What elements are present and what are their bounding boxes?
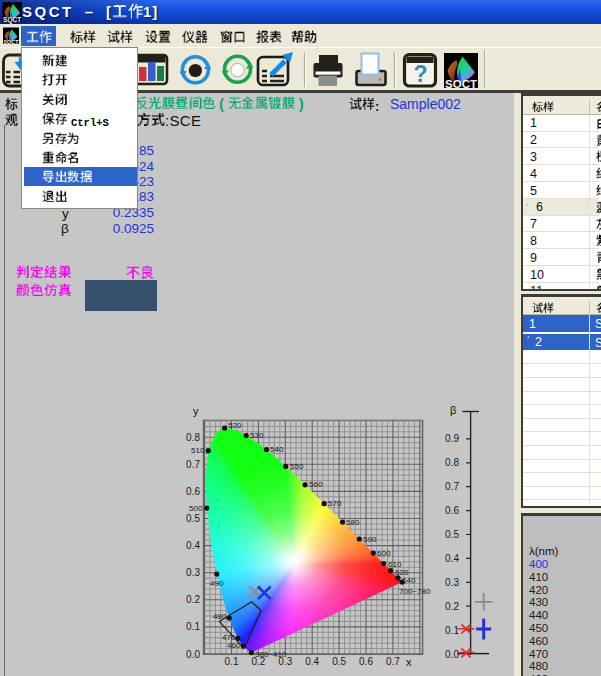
svg-text:0.1: 0.1: [186, 621, 200, 632]
svg-text:0.2: 0.2: [251, 656, 265, 667]
svg-text:510: 510: [191, 446, 205, 455]
svg-text:0.4: 0.4: [305, 656, 319, 667]
svg-text:0.5: 0.5: [445, 529, 459, 540]
svg-text:0.6: 0.6: [359, 656, 373, 667]
svg-text:0.2: 0.2: [186, 594, 200, 605]
svg-text:580: 580: [346, 518, 360, 527]
svg-text:0.4: 0.4: [445, 553, 459, 564]
svg-text:0.1: 0.1: [225, 656, 239, 667]
svg-text:640: 640: [402, 576, 416, 585]
svg-text:0.9: 0.9: [445, 433, 459, 444]
svg-text:700~780: 700~780: [399, 587, 431, 596]
svg-text:0.1: 0.1: [445, 625, 459, 636]
svg-text:0.7: 0.7: [386, 656, 400, 667]
svg-text:0.8: 0.8: [186, 432, 200, 443]
svg-text:0.7: 0.7: [186, 459, 200, 470]
svg-text:0.7: 0.7: [445, 481, 459, 492]
svg-text:?: ?: [413, 61, 427, 87]
svg-text:0.0: 0.0: [186, 649, 200, 660]
svg-text:0.2: 0.2: [445, 601, 459, 612]
svg-text:480: 480: [213, 612, 227, 621]
svg-text:y: y: [193, 405, 199, 417]
svg-text:0.6: 0.6: [186, 486, 200, 497]
svg-text:530: 530: [250, 431, 264, 440]
svg-text:0.5: 0.5: [186, 513, 200, 524]
svg-text:500: 500: [189, 504, 203, 513]
svg-text:0.4: 0.4: [186, 540, 200, 551]
svg-text:0.6: 0.6: [445, 505, 459, 516]
svg-text:β: β: [450, 404, 456, 416]
svg-text:560: 560: [309, 480, 323, 489]
svg-text:590: 590: [363, 535, 377, 544]
svg-text:540: 540: [270, 445, 284, 454]
svg-text:x: x: [406, 656, 412, 668]
svg-text:0.8: 0.8: [445, 457, 459, 468]
svg-text:570: 570: [328, 499, 342, 508]
svg-text:0.3: 0.3: [445, 577, 459, 588]
svg-text:490: 490: [210, 579, 224, 588]
svg-text:0.3: 0.3: [186, 567, 200, 578]
svg-text:550: 550: [290, 462, 304, 471]
svg-text:0.3: 0.3: [278, 656, 292, 667]
svg-text:520: 520: [228, 421, 242, 430]
svg-text:600: 600: [377, 549, 391, 558]
svg-text:0.5: 0.5: [332, 656, 346, 667]
